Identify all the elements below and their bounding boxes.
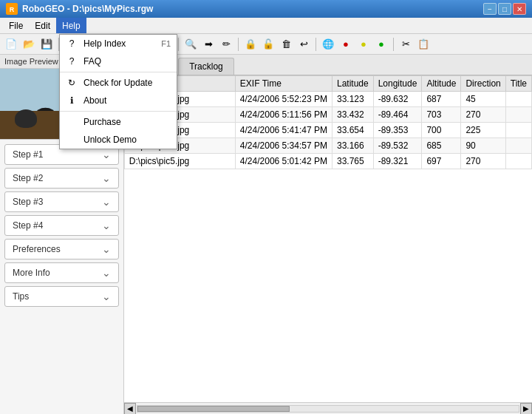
toolbar-save[interactable]: 💾 [38,36,55,52]
cell-row2-col5: 225 [461,123,505,138]
toolbar-unlock[interactable]: 🔓 [260,36,276,52]
table-row[interactable]: D:\pics\pic5.jpg4/24/2006 5:01:42 PM33.7… [124,154,531,169]
cell-row4-col4: 697 [422,154,461,169]
cell-row2-col3: -89.353 [373,123,422,138]
cell-row1-col6 [505,107,531,123]
tabs-container: Photos Tracklog [124,55,532,75]
cell-row3-col2: 33.166 [332,138,373,154]
cell-row2-col4: 700 [422,123,461,138]
cell-row0-col4: 687 [422,92,461,107]
window-controls: − □ ✕ [483,3,526,15]
cell-row0-col1: 4/24/2006 5:52:23 PM [235,92,332,107]
toolbar-cut[interactable]: ✂ [398,36,414,52]
cell-row4-col1: 4/24/2006 5:01:42 PM [235,154,332,169]
cell-row4-col6 [505,154,531,169]
preferences-button[interactable]: Preferences ⌄ [4,239,119,259]
toolbar-green[interactable]: ● [373,36,389,52]
cell-row3-col5: 90 [461,138,505,154]
tab-tracklog[interactable]: Tracklog [178,58,234,75]
toolbar-search[interactable]: 🔍 [183,36,199,52]
toolbar-open[interactable]: 📂 [21,36,37,52]
step4-label: Step #4 [13,220,43,231]
dropdown-item-about[interactable]: ℹ About [60,92,177,109]
step4-button[interactable]: Step #4 ⌄ [4,215,119,236]
more-info-button[interactable]: More Info ⌄ [4,262,119,283]
cell-row0-col5: 45 [461,92,505,107]
dropdown-separator-1 [60,72,177,72]
scroll-thumb[interactable] [137,406,290,412]
col-header-lon: Longitude [373,76,422,92]
close-button[interactable]: ✕ [513,3,526,15]
tips-label: Tips [13,291,29,302]
toolbar-globe[interactable]: 🌐 [320,36,336,52]
dropdown-item-unlock-demo[interactable]: Unlock Demo [60,131,177,149]
help-dropdown-menu: ? Help Index F1 ? FAQ ↻ Check for Update… [59,34,177,149]
faq-icon: ? [66,55,78,67]
cell-row1-col3: -89.464 [373,107,422,123]
step3-button[interactable]: Step #3 ⌄ [4,191,119,212]
help-index-icon: ? [66,38,78,50]
more-info-arrow: ⌄ [102,267,111,279]
cell-row4-col0: D:\pics\pic5.jpg [124,154,235,169]
table-row[interactable]: D:\pics\pic2.jpg4/24/2006 5:11:56 PM33.4… [124,107,531,123]
horizontal-scrollbar[interactable]: ◀ ▶ [124,402,532,414]
title-bar-left: R RoboGEO - D:\pics\MyPics.rgw [6,3,153,15]
col-header-dir: Direction [461,76,505,92]
step4-arrow: ⌄ [102,220,111,231]
about-label: About [83,95,106,106]
scroll-left-button[interactable]: ◀ [124,403,136,415]
toolbar-yellow[interactable]: ● [355,36,372,52]
unlock-demo-icon [66,134,78,146]
step3-label: Step #3 [13,197,43,207]
preferences-label: Preferences [13,244,61,254]
cell-row3-col4: 685 [422,138,461,154]
step3-arrow: ⌄ [102,196,111,208]
dropdown-item-help-index[interactable]: ? Help Index F1 [60,35,177,52]
menu-edit[interactable]: Edit [29,18,56,33]
cell-row0-col6 [505,92,531,107]
toolbar-new[interactable]: 📄 [3,36,19,52]
svg-text:R: R [10,6,15,13]
unlock-demo-label: Unlock Demo [83,135,137,145]
scroll-right-button[interactable]: ▶ [520,403,532,415]
col-header-alt: Altitude [422,76,461,92]
toolbar-undo[interactable]: ↩ [296,36,312,52]
menu-help[interactable]: Help [56,18,86,33]
table-row[interactable]: D:\pics\pic4.jpg4/24/2006 5:34:57 PM33.1… [124,138,531,154]
step2-label: Step #2 [13,173,43,183]
maximize-button[interactable]: □ [498,3,511,15]
app-icon: R [6,3,18,15]
svg-rect-9 [49,117,52,121]
dropdown-separator-2 [60,111,177,112]
toolbar-paste[interactable]: 📋 [415,36,432,52]
toolbar-lock[interactable]: 🔒 [242,36,259,52]
about-icon: ℹ [66,95,78,106]
scroll-track[interactable] [137,405,519,413]
step1-arrow: ⌄ [102,149,111,160]
cell-row2-col2: 33.654 [332,123,373,138]
faq-label: FAQ [83,56,101,67]
help-index-label: Help Index [83,38,126,49]
cell-row4-col5: 270 [461,154,505,169]
table-row[interactable]: D:\pics\pic3.jpg4/24/2006 5:41:47 PM33.6… [124,123,531,138]
tips-button[interactable]: Tips ⌄ [4,286,119,307]
purchase-label: Purchase [83,117,121,127]
table-container[interactable]: EXIF Time Latitude Longitude Altitude Di… [124,75,532,402]
step2-button[interactable]: Step #2 ⌄ [4,168,119,189]
toolbar-delete[interactable]: 🗑 [278,36,294,52]
toolbar-edit[interactable]: ✏ [218,36,234,52]
more-info-label: More Info [13,268,50,278]
cell-row3-col3: -89.532 [373,138,422,154]
minimize-button[interactable]: − [483,3,497,15]
menu-bar: File Edit Help [0,18,532,34]
preferences-arrow: ⌄ [102,243,111,255]
toolbar-red[interactable]: ● [338,36,354,52]
dropdown-item-faq[interactable]: ? FAQ [60,52,177,70]
svg-rect-4 [0,120,58,139]
table-row[interactable]: D:\pics\pic1.jpg4/24/2006 5:52:23 PM33.1… [124,92,531,107]
dropdown-item-check-update[interactable]: ↻ Check for Update [60,74,177,92]
dropdown-item-purchase[interactable]: Purchase [60,113,177,131]
cell-row4-col2: 33.765 [332,154,373,169]
toolbar-arrow[interactable]: ➡ [200,36,216,52]
menu-file[interactable]: File [3,18,29,33]
